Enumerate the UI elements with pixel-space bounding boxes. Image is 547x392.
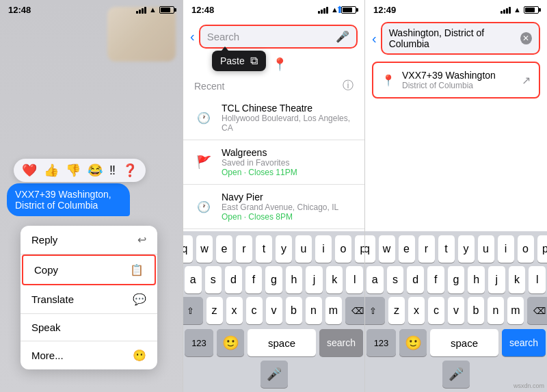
clear-button-p3[interactable]: ✕ [520,32,532,44]
key-h-p3[interactable]: h [468,266,485,293]
back-button-p3[interactable]: ‹ [372,31,377,47]
context-menu-more[interactable]: More... 😶 [21,341,157,369]
reaction-heart[interactable]: ❤️ [22,163,37,178]
context-menu-reply[interactable]: Reply ↩ [21,226,157,254]
key-m-p2[interactable]: m [325,297,342,324]
key-z-p3[interactable]: z [388,297,405,324]
reaction-thumbs-up[interactable]: 👍 [44,163,59,178]
key-c-p2[interactable]: c [246,297,263,324]
result-item[interactable]: 📍 VXX7+39 Washington District of Columbi… [372,62,540,99]
key-n-p3[interactable]: n [488,297,504,324]
reaction-thumbs-down[interactable]: 👎 [66,163,81,178]
search-input-wrap[interactable]: Search 🎤 [199,25,358,49]
key-p-p2[interactable]: p [355,235,365,263]
key-k-p2[interactable]: k [326,266,343,293]
key-j-p2[interactable]: j [306,266,323,293]
key-mic-p3[interactable]: 🎤 [442,361,470,388]
key-e-p2[interactable]: e [216,235,232,263]
key-c-p3[interactable]: c [428,297,444,324]
status-bar-p3: 12:49 ▲ [365,0,547,19]
key-g-p2[interactable]: g [265,266,282,293]
key-q-p2[interactable]: q [183,235,193,263]
search-input[interactable]: Search [207,31,240,42]
context-menu-translate[interactable]: Translate 💬 [21,285,157,314]
key-space-p2[interactable]: space [248,329,316,356]
key-l-p3[interactable]: l [529,266,546,293]
key-n-p2[interactable]: n [306,297,322,324]
key-a-p2[interactable]: a [185,266,202,293]
key-delete-p3[interactable]: ⌫ [527,297,547,324]
status-icons-p2: ▲ [318,5,356,14]
key-delete-p2[interactable]: ⌫ [345,297,366,324]
key-d-p2[interactable]: d [225,266,242,293]
key-mic-p2[interactable]: 🎤 [261,361,288,388]
key-shift-p2[interactable]: ⇧ [183,297,203,324]
key-e-p3[interactable]: e [399,235,415,263]
key-search-p2[interactable]: search [319,329,363,356]
search-input-wrap-p3[interactable]: Washington, District of Columbia ✕ [381,22,540,55]
key-d-p3[interactable]: d [407,266,424,293]
key-t-p2[interactable]: t [256,235,272,263]
key-m-p3[interactable]: m [507,297,524,324]
keyboard-row-4-p2: 123 🙂 space search [185,328,363,358]
key-g-p3[interactable]: g [448,266,465,293]
context-menu-speak[interactable]: Speak [21,314,157,341]
key-i-p3[interactable]: i [498,235,514,263]
key-z-p2[interactable]: z [206,297,223,324]
back-button[interactable]: ‹ [190,29,195,44]
reaction-question[interactable]: ❓ [122,163,137,178]
reaction-exclamation[interactable]: ‼️ [109,164,116,178]
key-r-p3[interactable]: r [418,235,435,263]
clock-icon-tcl: 🕐 [194,108,213,127]
key-o-p3[interactable]: o [518,235,534,263]
microphone-icon[interactable]: 🎤 [336,30,349,43]
key-u-p3[interactable]: u [478,235,494,263]
key-space-p3[interactable]: space [430,329,498,356]
key-o-p2[interactable]: o [335,235,351,263]
paste-icon: ⧉ [250,55,258,67]
key-b-p3[interactable]: b [468,297,484,324]
key-f-p3[interactable]: f [427,266,444,293]
key-y-p3[interactable]: y [458,235,475,263]
key-v-p2[interactable]: v [266,297,282,324]
search-input-p3[interactable]: Washington, District of Columbia [389,27,520,49]
recent-item-tcl[interactable]: 🕐 TCL Chinese Theatre Hollywood Boulevar… [183,96,364,140]
key-r-p2[interactable]: r [236,235,252,263]
key-h-p2[interactable]: h [286,266,303,293]
key-v-p3[interactable]: v [448,297,464,324]
key-u-p2[interactable]: u [295,235,312,263]
recent-item-walgreens[interactable]: 🚩 Walgreens Saved in Favorites Open · Cl… [183,140,364,185]
recent-item-navy-pier[interactable]: 🕐 Navy Pier East Grand Avenue, Chicago, … [183,185,364,229]
reaction-haha[interactable]: 😂 [88,163,103,178]
key-123-p3[interactable]: 123 [366,329,396,356]
panel-maps-result: 12:49 ▲ ‹ Washington, District of Columb… [365,0,547,392]
key-b-p2[interactable]: b [286,297,302,324]
key-j-p3[interactable]: j [488,266,505,293]
key-s-p3[interactable]: s [387,266,404,293]
key-i-p2[interactable]: i [315,235,332,263]
battery-icon-p3 [524,6,539,14]
key-k-p3[interactable]: k [509,266,526,293]
key-p-p3[interactable]: p [537,235,548,263]
key-shift-p3[interactable]: ⇧ [365,297,385,324]
key-a-p3[interactable]: a [366,266,384,293]
context-menu-copy[interactable]: Copy 📋 [22,254,156,285]
key-123-p2[interactable]: 123 [185,329,213,356]
key-x-p2[interactable]: x [226,297,243,324]
key-w-p3[interactable]: w [379,235,395,263]
key-y-p2[interactable]: y [276,235,292,263]
info-icon[interactable]: ⓘ [343,79,353,93]
key-f-p2[interactable]: f [245,266,263,293]
message-bubble: VXX7+39 Washington, District of Columbia [7,183,130,216]
battery-icon [159,6,174,14]
key-emoji-p2[interactable]: 🙂 [217,329,244,356]
key-w-p2[interactable]: w [196,235,213,263]
key-q-p3[interactable]: q [365,235,375,263]
key-t-p3[interactable]: t [438,235,455,263]
paste-tooltip[interactable]: Paste ⧉ [212,51,266,71]
key-emoji-p3[interactable]: 🙂 [399,329,427,356]
key-l-p2[interactable]: l [346,266,363,293]
key-s-p2[interactable]: s [205,266,222,293]
key-x-p3[interactable]: x [408,297,425,324]
key-search-p3[interactable]: search [502,329,546,356]
